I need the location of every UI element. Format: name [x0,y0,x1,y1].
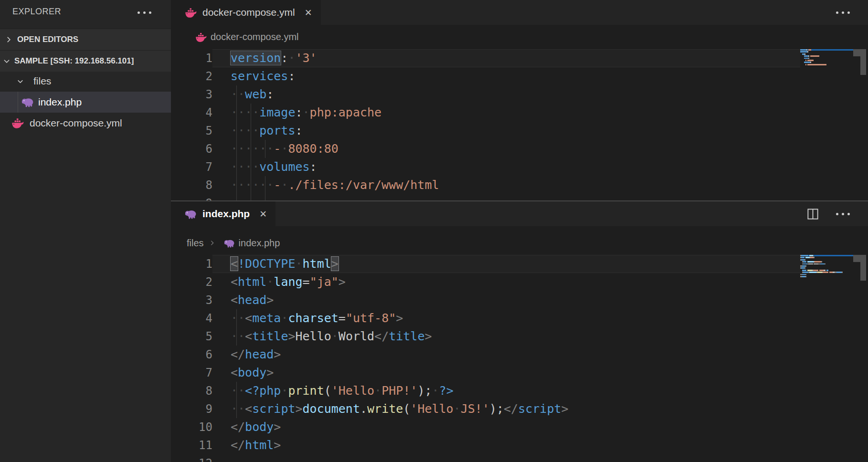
code-line-8[interactable]: 8··<?php·print('Hello·PHP!');·?> [171,382,800,400]
minimap-line [800,259,854,261]
more-actions-icon[interactable] [836,11,850,14]
line-number: 5 [171,122,212,140]
line-number: 6 [171,140,212,158]
minimap-line [800,267,854,269]
tab-docker-compose-yml[interactable]: docker-compose.yml ✕ [171,0,321,25]
code-line-4[interactable]: 4··<meta·charset="utf-8"> [171,309,800,327]
line-number: 1 [171,49,212,67]
code-line-text: ··web: [212,85,800,104]
code-line-text: <body> [212,364,800,382]
close-icon[interactable]: ✕ [305,7,312,18]
minimap-line [800,49,854,51]
chevron-right-icon [209,240,215,246]
section-workspace-root[interactable]: SAMPLE [SSH: 192.168.56.101] [0,50,171,72]
code-line-text: ··<title>Hello·World</title> [212,327,800,346]
tree-item-index-php[interactable]: index.php [0,92,171,113]
minimap[interactable] [800,255,854,278]
code-line-10[interactable]: 10</body> [171,418,800,436]
docker-whale-icon [11,118,24,128]
more-actions-icon[interactable] [836,213,850,215]
code-line-6[interactable]: 6</head> [171,346,800,364]
breadcrumb: files index.php [171,226,868,255]
minimap-line [800,272,854,273]
vscode-window: EXPLORER OPEN EDITORS SAMPLE [SSH: 192.1… [0,0,868,462]
line-number: 9 [171,400,212,418]
scrollbar-thumb[interactable] [860,49,866,75]
section-open-editors[interactable]: OPEN EDITORS [0,29,171,50]
breadcrumb-item-folder[interactable]: files [187,238,204,249]
code-line-text: ······-·./files:/var/www/html [212,176,800,194]
code-line-12[interactable]: 12 [171,454,800,462]
code-line-text: ····volumes: [212,158,800,176]
code-line-2[interactable]: 2services: [171,67,800,85]
code-editor-yaml[interactable]: 1version:·'3'2services:3··web:4····image… [171,49,868,200]
code-line-text: version:·'3' [212,49,800,67]
line-number: 2 [171,67,212,85]
minimap-line [800,62,854,63]
code-line-9[interactable]: 9 [171,194,800,200]
minimap-line [800,263,854,265]
code-line-text: <head> [212,291,800,309]
code-line-3[interactable]: 3<head> [171,291,800,309]
line-number: 12 [171,454,212,462]
breadcrumb-item-file[interactable]: index.php [239,238,280,249]
breadcrumb-item-file[interactable]: docker-compose.yml [211,32,299,42]
editor-group-index-php: index.php ✕ files index.php [171,201,868,462]
code-line-text [212,194,800,200]
tab-bar: index.php ✕ [171,201,868,226]
php-elephant-icon [21,97,34,107]
code-line-2[interactable]: 2<html·lang="ja"> [171,273,800,291]
line-number: 11 [171,436,212,454]
code-line-7[interactable]: 7<body> [171,364,800,382]
code-line-1[interactable]: 1version:·'3' [171,49,800,67]
code-line-6[interactable]: 6······-·8080:80 [171,140,800,158]
code-line-1[interactable]: 1<!DOCTYPE·html> [171,255,800,273]
explorer-more-actions-icon[interactable] [138,11,151,14]
ellipsis-icon [836,213,850,215]
code-line-text: services: [212,67,800,85]
php-elephant-icon [224,239,235,248]
code-editor-php[interactable]: 1<!DOCTYPE·html>2<html·lang="ja">3<head>… [171,255,868,462]
code-line-text: ····ports: [212,122,800,140]
minimap[interactable] [800,49,854,66]
tab-index-php[interactable]: index.php ✕ [171,201,275,226]
code-line-3[interactable]: 3··web: [171,85,800,104]
minimap-line [800,276,854,277]
code-line-8[interactable]: 8······-·./files:/var/www/html [171,176,800,194]
tree-indent-guide [18,92,18,113]
close-icon[interactable]: ✕ [259,209,267,219]
minimap-line [800,255,854,256]
split-editor-icon[interactable] [807,208,819,220]
tree-item-label: files [33,75,51,87]
scrollbar-thumb[interactable] [860,255,866,281]
code-line-9[interactable]: 9··<script>document.write('Hello·JS!');<… [171,400,800,418]
tab-label: docker-compose.yml [202,7,295,18]
line-number: 8 [171,176,212,194]
minimap-line [800,265,854,267]
code-line-text: ··<script>document.write('Hello·JS!');</… [212,400,800,418]
breadcrumb: docker-compose.yml [171,25,868,49]
tab-label: index.php [202,208,250,220]
code-line-5[interactable]: 5··<title>Hello·World</title> [171,327,800,346]
minimap-line [800,270,854,271]
minimap-line [800,51,854,52]
section-label: SAMPLE [SSH: 192.168.56.101] [14,56,134,66]
line-number: 5 [171,327,212,346]
tree-item-docker-compose-yml[interactable]: docker-compose.yml [0,113,171,134]
explorer-sidebar: EXPLORER OPEN EDITORS SAMPLE [SSH: 192.1… [0,0,171,462]
code-line-4[interactable]: 4····image:·php:apache [171,104,800,122]
ellipsis-icon [836,11,850,14]
docker-whale-icon [184,7,197,18]
minimap-line [800,261,854,262]
code-line-text: </head> [212,346,800,364]
minimap-line [800,64,854,65]
section-label: OPEN EDITORS [17,35,78,44]
code-line-11[interactable]: 11</html> [171,436,800,454]
line-number: 4 [171,309,212,327]
code-line-7[interactable]: 7····volumes: [171,158,800,176]
tree-item-files-folder[interactable]: files [0,71,171,92]
minimap-line [800,274,854,275]
line-number: 4 [171,104,212,122]
line-number: 7 [171,364,212,382]
code-line-5[interactable]: 5····ports: [171,122,800,140]
